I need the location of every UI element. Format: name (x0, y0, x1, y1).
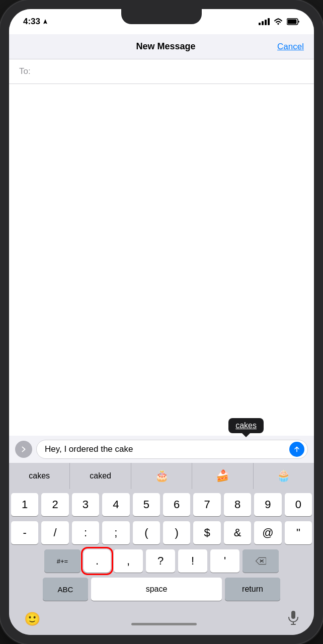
keyboard-row-3: #+= . , ? ! ' (11, 549, 312, 573)
header-title: New Message (54, 41, 277, 52)
key-2[interactable]: 2 (41, 493, 68, 516)
cancel-button[interactable]: Cancel (277, 42, 304, 52)
svg-rect-2 (291, 611, 295, 619)
key-exclamation[interactable]: ! (178, 549, 207, 573)
key-hash-plus-equals[interactable]: #+= (44, 549, 80, 573)
key-comma[interactable]: , (114, 549, 143, 573)
key-quote[interactable]: " (285, 521, 312, 544)
to-input[interactable] (35, 66, 304, 76)
keyboard-row-2: - / : ; ( ) $ & @ " (11, 521, 312, 544)
bottom-bar: 🙂 (9, 608, 314, 635)
message-text: Hey, I ordered the cake (45, 444, 133, 454)
message-input-wrapper[interactable]: Hey, I ordered the cake (36, 440, 308, 459)
chevron-right-icon (20, 445, 28, 453)
svg-rect-1 (288, 20, 297, 24)
key-question[interactable]: ? (146, 549, 175, 573)
key-8[interactable]: 8 (224, 493, 251, 516)
wifi-icon (274, 18, 283, 25)
microphone-icon (288, 611, 299, 625)
predictive-bar: cakes caked 🎂 🍰 🧁 (9, 463, 314, 489)
key-dash[interactable]: - (11, 521, 38, 544)
key-4[interactable]: 4 (102, 493, 129, 516)
input-bar: cakes Hey, I ordered the cake (9, 436, 314, 463)
predictive-item-cakes[interactable]: cakes (9, 463, 70, 489)
message-body (9, 84, 314, 436)
keyboard-row-4: ABC space return (11, 578, 312, 601)
emoji-keyboard-button[interactable]: 🙂 (24, 611, 40, 627)
delete-icon (255, 556, 266, 566)
microphone-button[interactable] (288, 611, 299, 627)
screen: 4:33 (9, 9, 314, 635)
key-3[interactable]: 3 (72, 493, 99, 516)
signal-icon (259, 18, 270, 25)
key-colon[interactable]: : (72, 521, 99, 544)
key-at[interactable]: @ (254, 521, 281, 544)
key-slash[interactable]: / (41, 521, 68, 544)
messages-header: New Message Cancel (9, 34, 314, 59)
location-icon (42, 19, 48, 25)
home-indicator (131, 623, 197, 625)
key-5[interactable]: 5 (133, 493, 160, 516)
key-7[interactable]: 7 (193, 493, 220, 516)
key-open-paren[interactable]: ( (133, 521, 160, 544)
key-return[interactable]: return (225, 578, 280, 601)
predictive-item-emoji2[interactable]: 🍰 (192, 463, 253, 489)
send-button[interactable] (289, 442, 304, 457)
key-abc[interactable]: ABC (43, 578, 88, 601)
to-field: To: (9, 59, 314, 84)
expand-button[interactable] (15, 441, 32, 458)
battery-icon (287, 18, 300, 25)
notch (121, 9, 202, 24)
phone-frame: 4:33 (0, 0, 323, 644)
predictive-item-caked[interactable]: caked (70, 463, 131, 489)
key-ampersand[interactable]: & (224, 521, 251, 544)
key-6[interactable]: 6 (163, 493, 190, 516)
key-semicolon[interactable]: ; (102, 521, 129, 544)
key-0[interactable]: 0 (285, 493, 312, 516)
send-icon (293, 446, 300, 453)
key-9[interactable]: 9 (254, 493, 281, 516)
keyboard-row-1: 1 2 3 4 5 6 7 8 9 0 (11, 493, 312, 516)
key-apostrophe[interactable]: ' (210, 549, 239, 573)
predictive-item-emoji1[interactable]: 🎂 (131, 463, 192, 489)
predictive-item-emoji3[interactable]: 🧁 (254, 463, 314, 489)
time-display: 4:33 (23, 17, 40, 27)
key-1[interactable]: 1 (11, 493, 38, 516)
key-space[interactable]: space (91, 578, 222, 601)
key-close-paren[interactable]: ) (163, 521, 190, 544)
keyboard: 1 2 3 4 5 6 7 8 9 0 - / : ; ( ) $ & (9, 489, 314, 608)
autocorrect-tooltip[interactable]: cakes (228, 418, 264, 433)
key-period[interactable]: . (84, 549, 111, 573)
to-label: To: (19, 66, 31, 76)
autocorrect-word: cakes (235, 421, 257, 430)
key-dollar[interactable]: $ (193, 521, 220, 544)
key-delete[interactable] (243, 549, 279, 573)
status-time-area: 4:33 (23, 17, 48, 27)
status-icons (259, 18, 300, 25)
